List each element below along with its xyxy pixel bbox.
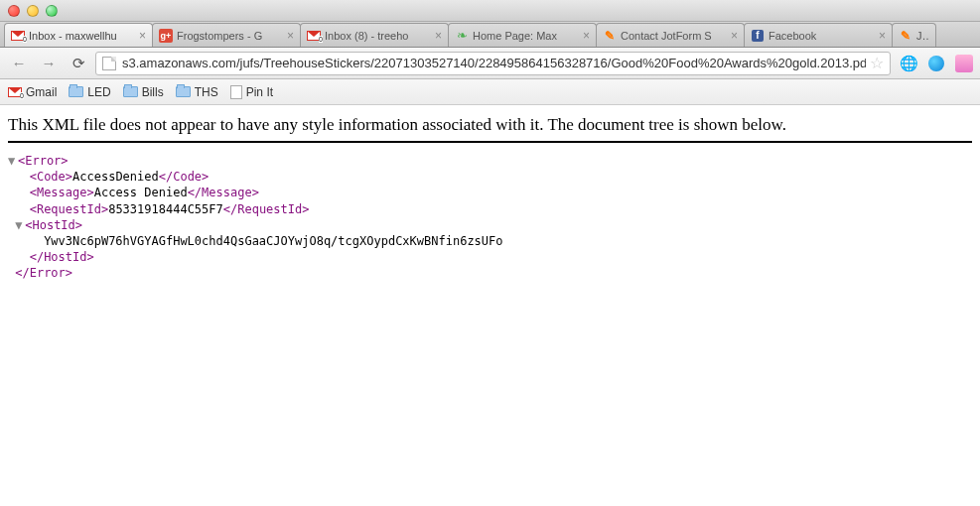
xml-tree: ▼<Error> <Code>AccessDenied</Code> <Mess…: [8, 153, 972, 282]
xml-tag: <RequestId>: [30, 202, 108, 216]
collapse-arrow-icon[interactable]: ▼: [15, 217, 25, 233]
browser-tab[interactable]: 0Inbox (8) - treeho×: [300, 23, 449, 47]
divider: [8, 141, 972, 143]
folder-icon: [176, 86, 191, 97]
bookmark-item[interactable]: Bills: [123, 85, 164, 99]
bookmark-item[interactable]: LED: [69, 85, 110, 99]
xml-tag: <Code>: [30, 170, 72, 184]
xml-tag: <Error>: [18, 154, 69, 168]
tab-label: Frogstompers - G: [177, 30, 283, 42]
browser-toolbar: ← → ⟳ ☆ 🌐: [0, 48, 980, 79]
bookmark-label: Bills: [142, 85, 164, 99]
xml-text: Access Denied: [94, 186, 188, 199]
minimize-window-button[interactable]: [27, 5, 39, 17]
jotform-icon: ✎: [605, 29, 615, 43]
tab-label: Inbox - maxwellhu: [29, 30, 135, 42]
close-window-button[interactable]: [8, 5, 20, 17]
jotform-icon: ✎: [901, 29, 910, 43]
xml-text: Ywv3Nc6pW76hVGYAGfHwL0chd4QsGaaCJOYwjO8q…: [44, 234, 502, 248]
bookmark-star-icon[interactable]: ☆: [870, 54, 884, 72]
zoom-window-button[interactable]: [46, 5, 58, 17]
xml-tag: <Message>: [30, 186, 94, 199]
traffic-lights: [8, 5, 58, 17]
bookmarks-bar: 0GmailLEDBillsTHSPin It: [0, 79, 980, 105]
xml-tag: </Code>: [159, 170, 210, 184]
extension-icon[interactable]: [926, 54, 946, 73]
xml-tag: </RequestId>: [223, 202, 310, 216]
xml-text: 85331918444C55F7: [108, 202, 223, 216]
bookmark-label: THS: [195, 85, 218, 99]
tab-label: Home Page: Max: [473, 30, 579, 42]
tab-label: Contact JotForm S: [621, 30, 727, 42]
tab-close-icon[interactable]: ×: [731, 29, 738, 43]
reload-button[interactable]: ⟳: [66, 52, 91, 75]
collapse-arrow-icon[interactable]: ▼: [8, 153, 18, 169]
xml-banner: This XML file does not appear to have an…: [8, 115, 972, 141]
bookmark-item[interactable]: THS: [176, 85, 218, 99]
page-icon: [102, 57, 116, 70]
tab-close-icon[interactable]: ×: [139, 29, 146, 43]
bookmark-item[interactable]: 0Gmail: [8, 85, 57, 99]
gplus-icon: g+: [159, 29, 173, 43]
browser-tab[interactable]: ❧Home Page: Max×: [448, 23, 597, 47]
profile-avatar[interactable]: [954, 54, 974, 73]
xml-tag: <HostId>: [25, 218, 82, 232]
page-content: This XML file does not appear to have an…: [0, 105, 980, 292]
tab-strip: 0Inbox - maxwellhu×g+Frogstompers - G×0I…: [0, 22, 980, 48]
bookmark-item[interactable]: Pin It: [230, 85, 273, 99]
gmail-icon: 0: [8, 87, 22, 97]
tab-close-icon[interactable]: ×: [583, 29, 590, 43]
folder-icon: [123, 86, 138, 97]
browser-tab[interactable]: g+Frogstompers - G×: [152, 23, 301, 47]
facebook-icon: f: [752, 30, 764, 42]
leaf-icon: ❧: [457, 28, 468, 43]
bookmark-label: Gmail: [26, 85, 57, 99]
tab-label: JotF: [916, 30, 929, 42]
xml-tag: </HostId>: [30, 250, 94, 264]
bookmark-label: Pin It: [246, 85, 273, 99]
xml-tag: </Message>: [188, 186, 259, 199]
page-icon: [230, 85, 242, 99]
folder-icon: [69, 86, 83, 97]
bookmark-label: LED: [87, 85, 110, 99]
gmail-icon: 0: [307, 31, 321, 41]
window-titlebar: [0, 0, 980, 22]
forward-button[interactable]: →: [36, 52, 62, 75]
tab-close-icon[interactable]: ×: [879, 29, 886, 43]
browser-tab[interactable]: ✎JotF: [892, 23, 936, 47]
xml-tag: </Error>: [15, 266, 72, 280]
tab-close-icon[interactable]: ×: [287, 29, 294, 43]
browser-tab[interactable]: fFacebook×: [744, 23, 893, 47]
globe-icon[interactable]: 🌐: [899, 54, 918, 73]
tab-label: Facebook: [769, 30, 875, 42]
url-input[interactable]: [122, 56, 866, 70]
tab-label: Inbox (8) - treeho: [325, 30, 431, 42]
xml-text: AccessDenied: [72, 170, 159, 184]
browser-tab[interactable]: ✎Contact JotForm S×: [596, 23, 745, 47]
tab-close-icon[interactable]: ×: [435, 29, 442, 43]
browser-tab[interactable]: 0Inbox - maxwellhu×: [4, 23, 153, 47]
address-bar[interactable]: ☆: [95, 52, 891, 75]
gmail-icon: 0: [11, 31, 25, 41]
back-button[interactable]: ←: [6, 52, 32, 75]
